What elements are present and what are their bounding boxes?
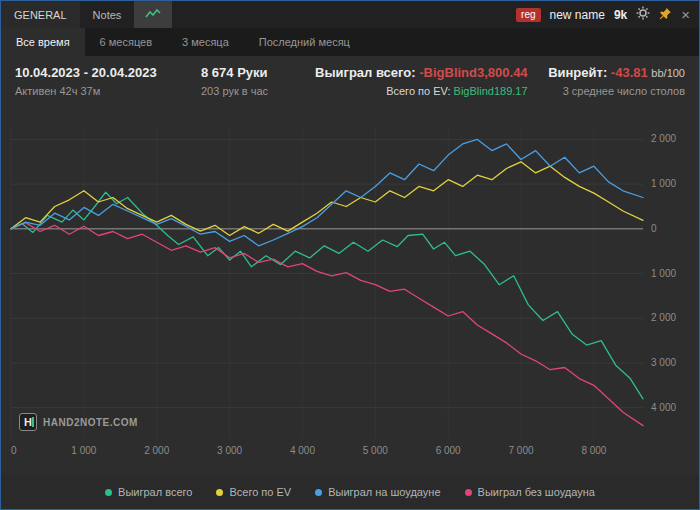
svg-text:2 000: 2 000 bbox=[651, 312, 676, 323]
hands-block: 8 674 Руки 203 рук в час bbox=[201, 65, 309, 97]
svg-text:5 000: 5 000 bbox=[363, 445, 388, 456]
active-time: Активен 42ч 37м bbox=[15, 85, 201, 97]
legend-dot-blue bbox=[315, 489, 322, 496]
svg-text:7 000: 7 000 bbox=[509, 445, 534, 456]
ev-total-label: Всего по EV: bbox=[386, 85, 450, 97]
tab-notes[interactable]: Notes bbox=[80, 1, 135, 28]
legend-dot-pink bbox=[465, 489, 472, 496]
hand2note-logo-text: HAND2NOTE.COM bbox=[43, 417, 138, 428]
winrate-units: bb/100 bbox=[651, 67, 685, 79]
hands-per-hour: 203 рук в час bbox=[201, 85, 309, 97]
won-total-value: -BigBlind3,800.44 bbox=[419, 65, 527, 80]
date-range: 10.04.2023 - 20.04.2023 bbox=[15, 65, 201, 80]
ev-total-value: BigBlind189.17 bbox=[454, 85, 528, 97]
winnings-chart[interactable]: 01 0002 0003 0004 0005 0006 0007 0008 00… bbox=[1, 112, 699, 475]
avg-tables: 3 среднее число столов bbox=[548, 85, 685, 97]
svg-text:8 000: 8 000 bbox=[581, 445, 606, 456]
legend-label: Всего по EV bbox=[229, 486, 291, 498]
chart-line-icon bbox=[145, 6, 161, 24]
pin-icon[interactable] bbox=[659, 6, 672, 24]
legend-label: Выиграл без шоудауна bbox=[478, 486, 595, 498]
top-bar: GENERAL Notes reg new name 9k bbox=[1, 1, 699, 28]
legend-item-showdown[interactable]: Выиграл на шоудауне bbox=[315, 486, 440, 498]
period-tab-label: 3 месяца bbox=[182, 36, 229, 48]
svg-text:0: 0 bbox=[651, 223, 657, 234]
svg-text:2 000: 2 000 bbox=[651, 133, 676, 144]
period-tabs: Все время 6 месяцев 3 месяца Последний м… bbox=[1, 28, 699, 56]
hand2note-logo: H HAND2NOTE.COM bbox=[19, 413, 138, 431]
legend-item-non-showdown[interactable]: Выиграл без шоудауна bbox=[465, 486, 595, 498]
date-range-block: 10.04.2023 - 20.04.2023 Активен 42ч 37м bbox=[15, 65, 201, 97]
period-tab-label: Последний месяц bbox=[259, 36, 350, 48]
player-name: new name bbox=[550, 8, 605, 22]
won-total-label: Выиграл всего: bbox=[315, 65, 416, 80]
top-bar-right: reg new name 9k × bbox=[516, 1, 699, 28]
svg-text:4 000: 4 000 bbox=[290, 445, 315, 456]
period-tab-all-time[interactable]: Все время bbox=[1, 28, 85, 56]
gear-icon[interactable] bbox=[636, 6, 650, 24]
period-tab-3-months[interactable]: 3 месяца bbox=[167, 28, 244, 56]
tab-general[interactable]: GENERAL bbox=[1, 1, 80, 28]
hand2note-logo-icon: H bbox=[19, 413, 37, 431]
svg-text:2 000: 2 000 bbox=[144, 445, 169, 456]
legend-item-ev[interactable]: Всего по EV bbox=[216, 486, 291, 498]
stakes-label: 9k bbox=[614, 8, 627, 22]
svg-text:1 000: 1 000 bbox=[651, 178, 676, 189]
winnings-block: Выиграл всего: -BigBlind3,800.44 Всего п… bbox=[315, 65, 528, 97]
svg-text:6 000: 6 000 bbox=[436, 445, 461, 456]
period-tab-6-months[interactable]: 6 месяцев bbox=[85, 28, 167, 56]
tab-notes-label: Notes bbox=[93, 9, 122, 21]
period-tab-label: Все время bbox=[16, 36, 70, 48]
svg-text:1 000: 1 000 bbox=[651, 268, 676, 279]
tab-graph[interactable] bbox=[134, 1, 172, 28]
legend-item-won-total[interactable]: Выиграл всего bbox=[105, 486, 192, 498]
legend-label: Выиграл всего bbox=[118, 486, 192, 498]
stats-header: 10.04.2023 - 20.04.2023 Активен 42ч 37м … bbox=[1, 56, 699, 112]
svg-text:3 000: 3 000 bbox=[217, 445, 242, 456]
legend-dot-yellow bbox=[216, 489, 223, 496]
close-icon[interactable]: × bbox=[681, 7, 690, 22]
chart-legend: Выиграл всего Всего по EV Выиграл на шоу… bbox=[1, 475, 699, 509]
hands-count: 8 674 Руки bbox=[201, 65, 309, 80]
hand2note-window: GENERAL Notes reg new name 9k bbox=[0, 0, 700, 510]
winrate-block: Винрейт: -43.81 bb/100 3 среднее число с… bbox=[548, 65, 685, 97]
legend-label: Выиграл на шоудауне bbox=[328, 486, 440, 498]
winrate-value: -43.81 bbox=[611, 65, 648, 80]
period-tab-last-month[interactable]: Последний месяц bbox=[244, 28, 365, 56]
svg-text:1 000: 1 000 bbox=[71, 445, 96, 456]
svg-text:0: 0 bbox=[11, 445, 17, 456]
winrate-label: Винрейт: bbox=[548, 65, 607, 80]
svg-text:3 000: 3 000 bbox=[651, 357, 676, 368]
player-tag-badge[interactable]: reg bbox=[516, 8, 540, 22]
svg-text:4 000: 4 000 bbox=[651, 402, 676, 413]
period-tab-label: 6 месяцев bbox=[100, 36, 152, 48]
tab-general-label: GENERAL bbox=[14, 9, 67, 21]
legend-dot-green bbox=[105, 489, 112, 496]
